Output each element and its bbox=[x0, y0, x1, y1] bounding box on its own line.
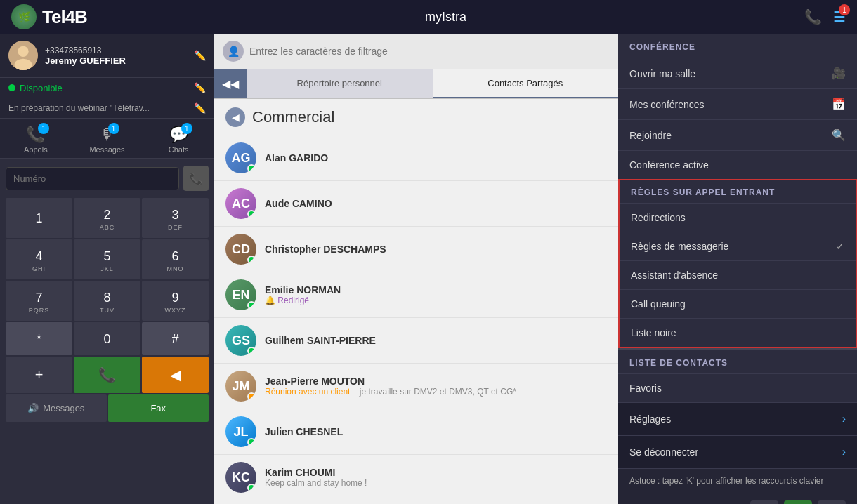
tab-contacts[interactable]: Contacts Partagés bbox=[433, 69, 619, 98]
messages-icon: 🎙 1 bbox=[100, 126, 115, 144]
messages-bottom-button[interactable]: 🔊 Messages bbox=[6, 394, 107, 422]
list-item[interactable]: JM Jean-Pierre MOUTON Réunion avec un cl… bbox=[214, 364, 618, 409]
backspace-button[interactable]: ◀ bbox=[142, 357, 209, 393]
conference-active-label: Conférence active bbox=[629, 159, 709, 171]
tab-appels[interactable]: 📞 1 Appels bbox=[0, 119, 72, 158]
plus-button[interactable]: + bbox=[6, 357, 72, 393]
contacts-section: LISTE DE CONTACTS Favoris bbox=[618, 348, 857, 402]
user-edit-icon[interactable]: ✏️ bbox=[194, 50, 206, 61]
conference-section: CONFÉRENCE Ouvrir ma salle 🎥 Mes confére… bbox=[618, 34, 857, 179]
menu-item-mes-conferences[interactable]: Mes conférences 📅 bbox=[618, 88, 857, 119]
webinar-text: En préparation du webinar "Télétrav... bbox=[8, 103, 190, 113]
center-panel: 👤 ◀◀ Répertoire personnel Contacts Parta… bbox=[214, 34, 618, 504]
number-input[interactable] bbox=[6, 167, 179, 190]
contact-info: Jean-Pierre MOUTON Réunion avec un clien… bbox=[265, 376, 607, 397]
contact-group-title: Commercial bbox=[252, 108, 334, 126]
tab-repertoire[interactable]: Répertoire personnel bbox=[247, 69, 433, 98]
contacts-section-title: LISTE DE CONTACTS bbox=[618, 350, 857, 373]
list-item[interactable]: JL Julien CHESNEL bbox=[214, 409, 618, 455]
key-6[interactable]: 6MNO bbox=[142, 239, 209, 279]
key-hash[interactable]: # bbox=[142, 322, 209, 355]
avatar: JM bbox=[225, 371, 256, 402]
tab-back-button[interactable]: ◀◀ bbox=[214, 69, 247, 98]
search-input[interactable] bbox=[249, 46, 610, 57]
menu-top-icon[interactable]: ☰ 1 bbox=[833, 8, 846, 25]
key-7[interactable]: 7PQRS bbox=[6, 281, 72, 321]
contact-name: Julien CHESNEL bbox=[265, 426, 607, 437]
key-1[interactable]: 1 bbox=[6, 198, 72, 238]
user-info: +33478565913 Jeremy GUEFFIER ✏️ bbox=[0, 34, 214, 78]
phone-bottom-button[interactable]: 📞 bbox=[818, 500, 846, 504]
action-tabs: 📞 1 Appels 🎙 1 Messages 💬 1 Chats bbox=[0, 119, 214, 159]
appels-icon: 📞 1 bbox=[26, 126, 45, 144]
fax-button[interactable]: Fax bbox=[108, 394, 209, 422]
menu-item-rejoindre[interactable]: Rejoindre 🔍 bbox=[618, 119, 857, 150]
menu-item-regles-messagerie[interactable]: Règles de messagerie ✓ bbox=[620, 232, 856, 260]
key-star[interactable]: * bbox=[6, 322, 72, 355]
rules-section: RÈGLES SUR APPEL ENTRANT Redirections Rè… bbox=[618, 179, 857, 348]
list-item[interactable]: PS Patrice SOTOMAYOR bbox=[214, 500, 618, 504]
menu-item-conference-active[interactable]: Conférence active bbox=[618, 150, 857, 179]
list-item[interactable]: KC Karim CHOUMI Keep calm and stay home … bbox=[214, 455, 618, 500]
tab-bar: ◀◀ Répertoire personnel Contacts Partagé… bbox=[214, 69, 618, 99]
call-button[interactable]: 📞 bbox=[74, 357, 140, 393]
avatar bbox=[8, 41, 38, 70]
avatar: AG bbox=[225, 142, 256, 173]
settings-section: Réglages › Se déconnecter › bbox=[618, 402, 857, 468]
key-0[interactable]: 0 bbox=[74, 322, 140, 355]
avatar: EN bbox=[225, 279, 256, 310]
search-icon-wrap: 👤 bbox=[223, 41, 244, 62]
key-8[interactable]: 8TUV bbox=[74, 281, 140, 321]
fax-label: Fax bbox=[150, 403, 166, 413]
key-3[interactable]: 3DEF bbox=[142, 198, 209, 238]
list-item[interactable]: EN Emilie NORMAN 🔔 Redirigé bbox=[214, 272, 618, 318]
dialpad-grid: 1 2ABC 3DEF 4GHI 5JKL 6MNO 7PQRS 8TUV 9W… bbox=[6, 198, 209, 355]
contact-sub: 🔔 Redirigé bbox=[265, 296, 607, 305]
group-back-button[interactable]: ◀ bbox=[225, 107, 245, 127]
status-indicator bbox=[247, 210, 256, 218]
menu-item-call-queuing[interactable]: Call queuing bbox=[620, 289, 856, 318]
tab-messages[interactable]: 🎙 1 Messages bbox=[72, 119, 143, 158]
contact-info: Julien CHESNEL bbox=[265, 426, 607, 437]
video-bottom-button[interactable]: 🎥 bbox=[750, 500, 778, 504]
phone-top-icon[interactable]: 📞 bbox=[804, 8, 822, 25]
key-5[interactable]: 5JKL bbox=[74, 239, 140, 279]
appels-badge: 1 bbox=[38, 123, 49, 134]
key-4[interactable]: 4GHI bbox=[6, 239, 72, 279]
menu-item-redirections[interactable]: Redirections bbox=[620, 203, 856, 232]
contact-name: Alan GARIDO bbox=[265, 152, 607, 164]
menu-item-assistant-absence[interactable]: Assistant d'absence bbox=[620, 260, 856, 289]
status-dot bbox=[8, 84, 15, 91]
top-icons: 📞 ☰ 1 bbox=[804, 8, 846, 25]
small-call-button[interactable]: 📞 bbox=[183, 166, 209, 191]
menu-item-ouvrir-salle[interactable]: Ouvrir ma salle 🎥 bbox=[618, 58, 857, 88]
menu-item-liste-noire[interactable]: Liste noire bbox=[620, 318, 856, 347]
webinar-edit-icon[interactable]: ✏️ bbox=[194, 102, 206, 114]
search-bar: 👤 bbox=[214, 34, 618, 69]
camera-icon: 🎥 bbox=[832, 67, 846, 80]
avatar: AC bbox=[225, 188, 256, 219]
contact-group-header: ◀ Commercial bbox=[214, 99, 618, 135]
logo: 🌿 Tel4B bbox=[11, 4, 87, 29]
list-item[interactable]: CD Christopher DESCHAMPS bbox=[214, 227, 618, 272]
bottom-last-row: 🔊 Messages Fax bbox=[6, 394, 209, 422]
svg-point-1 bbox=[18, 46, 28, 57]
search-right-icon: 🔍 bbox=[832, 128, 846, 142]
settings-deconnecter[interactable]: Se déconnecter › bbox=[618, 435, 857, 468]
settings-reglages[interactable]: Réglages › bbox=[618, 402, 857, 435]
contact-info: Christopher DESCHAMPS bbox=[265, 244, 607, 255]
menu-item-favoris[interactable]: Favoris bbox=[618, 373, 857, 402]
list-item[interactable]: AG Alan GARIDO bbox=[214, 135, 618, 181]
list-item[interactable]: GS Guilhem SAINT-PIERRE bbox=[214, 318, 618, 364]
key-2[interactable]: 2ABC bbox=[74, 198, 140, 238]
user-name: Jeremy GUEFFIER bbox=[45, 55, 187, 66]
contact-name: Karim CHOUMI bbox=[265, 467, 607, 478]
key-9[interactable]: 9WXYZ bbox=[142, 281, 209, 321]
tab-chats[interactable]: 💬 1 Chats bbox=[143, 119, 214, 158]
status-edit-icon[interactable]: ✏️ bbox=[194, 82, 206, 93]
chat-bottom-button[interactable]: 💬 bbox=[784, 500, 812, 504]
avatar: CD bbox=[225, 234, 256, 265]
bottom-icons-row: 🎥 💬 📞 bbox=[618, 493, 857, 504]
list-item[interactable]: AC Aude CAMINO bbox=[214, 181, 618, 227]
contact-info: Aude CAMINO bbox=[265, 198, 607, 209]
